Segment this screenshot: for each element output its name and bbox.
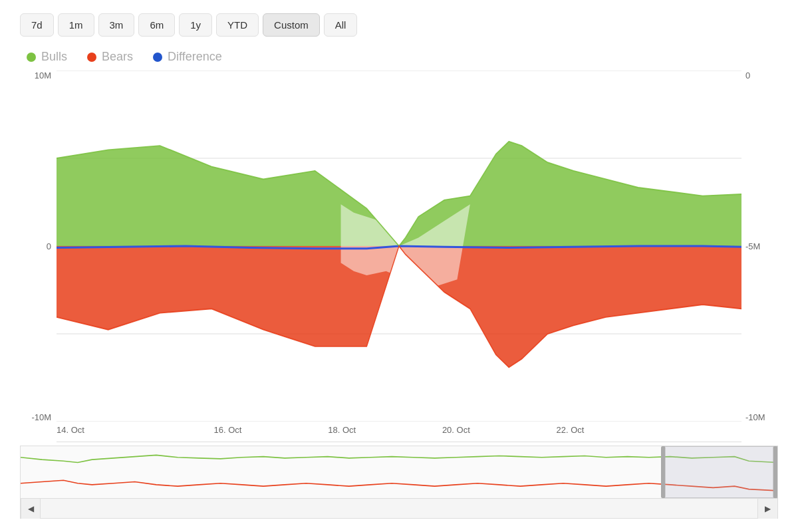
- bears-dot: [87, 53, 96, 62]
- x-label-0: 14. Oct: [57, 425, 171, 435]
- bulls-dot: [27, 53, 36, 62]
- mini-nav: ◀ ▶: [20, 499, 778, 519]
- btn-custom[interactable]: Custom: [263, 13, 320, 37]
- y-label-top: 10M: [20, 70, 57, 80]
- x-axis: 14. Oct 16. Oct 18. Oct 20. Oct 22. Oct: [57, 422, 741, 442]
- btn-all[interactable]: All: [324, 13, 358, 37]
- bulls-area: [57, 142, 741, 246]
- btn-ytd[interactable]: YTD: [216, 13, 259, 37]
- time-range-selector: 7d 1m 3m 6m 1y YTD Custom All: [20, 13, 778, 37]
- chart-legend: Bulls Bears Difference: [20, 50, 778, 64]
- x-label-4: 22. Oct: [513, 425, 628, 435]
- difference-label: Difference: [168, 50, 222, 64]
- legend-bears[interactable]: Bears: [87, 50, 133, 64]
- btn-6m[interactable]: 6m: [138, 13, 175, 37]
- btn-7d[interactable]: 7d: [20, 13, 54, 37]
- mini-selection-window[interactable]: [663, 446, 777, 498]
- x-label-1: 16. Oct: [171, 425, 285, 435]
- y-axis-left: 10M 0 -10M: [20, 70, 57, 442]
- bears-label: Bears: [102, 50, 133, 64]
- chart-wrapper: 10M 0 -10M: [20, 70, 778, 519]
- btn-3m[interactable]: 3m: [98, 13, 135, 37]
- x-label-3: 20. Oct: [399, 425, 513, 435]
- nav-track: [41, 499, 757, 518]
- y-right-label-0: 0: [741, 70, 778, 80]
- y-label-bot: -10M: [20, 412, 57, 422]
- main-chart-container: 10M 0 -10M: [20, 70, 778, 442]
- y-right-label-1: -5M: [741, 241, 778, 251]
- btn-1y[interactable]: 1y: [179, 13, 212, 37]
- btn-1m[interactable]: 1m: [58, 13, 94, 37]
- difference-dot: [153, 53, 162, 62]
- mini-handle-right[interactable]: [773, 446, 777, 498]
- mini-handle-left[interactable]: [661, 446, 665, 498]
- y-label-mid: 0: [20, 241, 57, 251]
- x-label-2: 18. Oct: [285, 425, 399, 435]
- nav-arrow-right[interactable]: ▶: [757, 499, 777, 519]
- bulls-label: Bulls: [41, 50, 67, 64]
- chart-area[interactable]: 14. Oct 16. Oct 18. Oct 20. Oct 22. Oct: [57, 70, 741, 442]
- mini-chart-svg: [21, 446, 777, 498]
- mini-chart-wrapper: ◀ ▶: [20, 446, 778, 519]
- legend-bulls[interactable]: Bulls: [27, 50, 67, 64]
- main-chart-svg: [57, 70, 741, 422]
- y-right-label-2: -10M: [741, 412, 778, 422]
- legend-difference[interactable]: Difference: [153, 50, 222, 64]
- y-axis-right: 0 -5M -10M: [741, 70, 778, 442]
- nav-arrow-left[interactable]: ◀: [21, 499, 41, 519]
- mini-chart-inner[interactable]: [20, 446, 778, 499]
